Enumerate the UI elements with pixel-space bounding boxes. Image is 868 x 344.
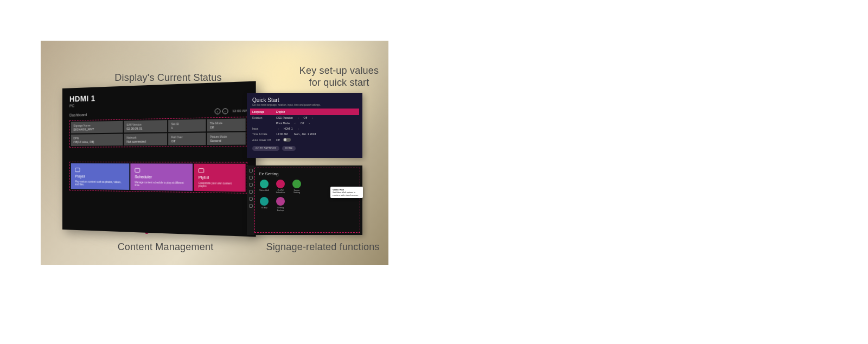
- chevron-right-icon[interactable]: ›: [309, 122, 310, 125]
- annotation-quickstart: Key set-up values for quick start: [258, 65, 388, 88]
- qs-row-language[interactable]: LanguageEnglish: [250, 109, 359, 115]
- annotation-content-mgmt: Content Management: [95, 241, 236, 253]
- next-icon[interactable]: ›: [222, 108, 228, 114]
- status-cell: NetworkNot connected: [124, 133, 167, 145]
- chevron-left-icon[interactable]: ‹: [278, 127, 279, 130]
- status-grid: Signage NameSIGNAGE_MNT S/W Version02.00…: [69, 117, 247, 148]
- clock: 12:00 AM: [232, 109, 247, 113]
- ez-item-scheduler[interactable]: On/Off Scheduler: [275, 180, 286, 194]
- ez-item-videowall[interactable]: Video Wall: [259, 180, 270, 194]
- chevron-left-icon[interactable]: ‹: [295, 122, 296, 125]
- nav-icon[interactable]: [249, 176, 253, 180]
- panel-title: Ez Setting: [259, 171, 356, 176]
- nav-icon[interactable]: [249, 190, 253, 194]
- done-button[interactable]: DONE: [282, 146, 296, 151]
- quick-start-panel: Quick Start Set the main language, rotat…: [247, 93, 362, 158]
- nav-icon[interactable]: [249, 169, 253, 173]
- status-cell: DPMOff(10 mins, Off): [71, 134, 123, 146]
- nav-icon[interactable]: [249, 204, 253, 208]
- ez-item-server[interactable]: Server Setting: [291, 180, 302, 194]
- chevron-right-icon[interactable]: ›: [298, 127, 299, 130]
- qs-row-input[interactable]: Input ‹ HDMI 1 ›: [252, 126, 357, 131]
- server-icon: [292, 180, 301, 188]
- tile-scheduler[interactable]: Scheduler Manage content schedule to pla…: [130, 163, 193, 191]
- panel-title: Quick Start: [252, 97, 357, 103]
- qs-row-autopower[interactable]: Auto Power Off Off: [252, 137, 357, 143]
- nav-icon[interactable]: [249, 183, 253, 187]
- promo-stage: Display's Current Status Key set-up valu…: [41, 41, 388, 265]
- clock-icon: [276, 180, 285, 188]
- qs-row-pivot[interactable]: Pivot Mode ‹ Off ›: [252, 120, 357, 126]
- status-cell: Signage NameSIGNAGE_MNT: [71, 121, 123, 133]
- app-icon: [260, 197, 269, 206]
- tile-player[interactable]: Player Play various content such as phot…: [71, 163, 130, 190]
- qs-row-rotation[interactable]: Rotation OSD Rotation ‹ Off ›: [252, 115, 357, 120]
- status-cell: S/W Version02.00.09.01: [124, 120, 167, 132]
- tile-plyed[interactable]: PlyEd Customize your own content playlis…: [194, 164, 246, 192]
- status-cell: Set ID1: [168, 119, 206, 132]
- backup-icon: [276, 197, 285, 206]
- prev-icon[interactable]: ‹: [214, 109, 220, 114]
- ez-item-backup[interactable]: Setting Backup: [275, 197, 286, 211]
- play-icon: [75, 168, 80, 172]
- status-cell: Picture ModeGeneral: [207, 132, 245, 145]
- side-nav: [247, 165, 254, 235]
- grid-icon: [260, 180, 269, 188]
- section-title: Dashboard: [69, 112, 87, 117]
- chevron-left-icon[interactable]: ‹: [298, 116, 299, 119]
- chevron-right-icon[interactable]: ›: [312, 116, 313, 119]
- ez-setting-panel: Ez Setting Video Wall On/Off Scheduler S…: [247, 165, 362, 235]
- status-cell: Fail OverOff: [168, 133, 206, 145]
- goto-settings-button[interactable]: GO TO SETTINGS: [252, 146, 279, 151]
- list-icon: [199, 168, 205, 173]
- calendar-icon: [135, 168, 140, 173]
- tooltip: Video Wall Set Video Wall options to cre…: [330, 187, 363, 198]
- content-mgmt-row: Player Play various content such as phot…: [69, 162, 247, 194]
- toggle[interactable]: [283, 138, 291, 142]
- nav-icon[interactable]: [249, 197, 253, 201]
- panel-sub: Set the main language, rotation, input, …: [252, 104, 357, 106]
- ez-item-siapp[interactable]: SI App: [259, 197, 270, 211]
- display-dashboard: HDMI 1 PC Dashboard ‹ › 12:00 AM Signage…: [62, 81, 256, 237]
- qs-row-timedate[interactable]: Time & Date 12:00 AM Mon., Jan. 1 2018: [252, 131, 357, 137]
- status-cell: Tile ModeOff: [207, 118, 245, 131]
- annotation-signage-fn: Signage-related functions: [247, 241, 388, 253]
